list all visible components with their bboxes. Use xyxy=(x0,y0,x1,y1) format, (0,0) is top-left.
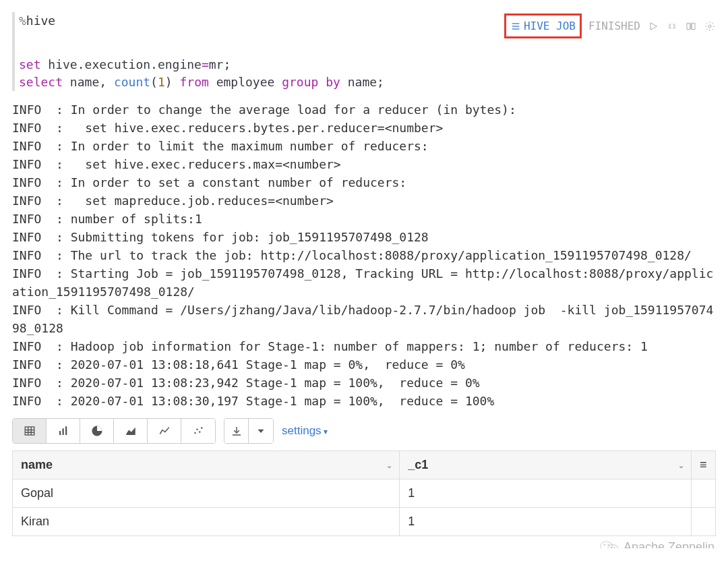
book-icon xyxy=(686,21,696,32)
area-chart-button[interactable] xyxy=(114,419,148,443)
hive-job-link[interactable]: HIVE JOB xyxy=(510,18,576,34)
table-view-button[interactable] xyxy=(13,419,47,443)
sort-chevron-icon: ⌄ xyxy=(386,461,392,469)
show-editor-button[interactable] xyxy=(685,20,697,32)
svg-rect-11 xyxy=(59,431,61,435)
bar-chart-icon xyxy=(57,425,69,437)
code-editor[interactable]: %hive HIVE JOB FINISHED se xyxy=(12,12,716,91)
download-button[interactable] xyxy=(224,419,249,443)
table-cell-empty xyxy=(692,479,716,508)
paragraph-settings-button[interactable] xyxy=(704,20,716,32)
caret-down-icon xyxy=(255,425,267,437)
scatter-chart-icon xyxy=(192,425,204,437)
log-output: INFO : In order to change the average lo… xyxy=(12,100,716,410)
svg-point-22 xyxy=(604,544,605,545)
code-body[interactable]: set hive.execution.engine=mr;select name… xyxy=(19,56,716,91)
svg-point-25 xyxy=(614,547,615,548)
pie-chart-button[interactable] xyxy=(80,419,114,443)
gear-icon xyxy=(704,21,715,32)
play-icon xyxy=(648,21,659,32)
code-line: select name, count(1) from employee grou… xyxy=(19,74,716,91)
bar-chart-button[interactable] xyxy=(47,419,80,443)
hide-output-button[interactable] xyxy=(666,20,678,32)
download-icon xyxy=(231,425,243,437)
download-group xyxy=(224,418,274,444)
line-chart-button[interactable] xyxy=(148,419,181,443)
table-cell: 1 xyxy=(400,479,692,508)
svg-point-16 xyxy=(199,432,200,433)
table-cell: Kiran xyxy=(13,508,400,536)
svg-rect-12 xyxy=(62,429,63,436)
line-chart-icon xyxy=(158,425,171,437)
hive-job-highlight: HIVE JOB xyxy=(504,13,582,38)
paragraph-controls: HIVE JOB FINISHED xyxy=(504,12,716,38)
svg-point-15 xyxy=(196,429,198,430)
svg-point-23 xyxy=(608,544,609,545)
scatter-chart-button[interactable] xyxy=(181,419,215,443)
sort-chevron-icon: ⌄ xyxy=(678,461,684,469)
svg-point-20 xyxy=(601,542,613,548)
svg-marker-19 xyxy=(258,430,264,433)
column-header-name[interactable]: name ⌄ xyxy=(13,451,400,479)
area-chart-icon xyxy=(125,425,137,437)
svg-point-17 xyxy=(201,428,202,429)
column-header-c1[interactable]: _c1 ⌄ xyxy=(400,451,692,479)
table-cell: 1 xyxy=(400,508,692,536)
run-button[interactable] xyxy=(647,20,659,32)
blank-line xyxy=(19,38,716,56)
table-cell: Gopal xyxy=(13,479,400,508)
hamburger-icon: ≡ xyxy=(700,458,707,471)
interpreter-directive: %hive xyxy=(19,12,55,30)
table-row[interactable]: Kiran1 xyxy=(13,508,716,536)
result-table: name ⌄ _c1 ⌄ ≡ Gopal1Kiran1 xyxy=(12,450,716,536)
svg-point-24 xyxy=(611,547,611,548)
svg-point-5 xyxy=(708,25,711,28)
watermark: Apache Zeppelin xyxy=(599,540,715,548)
download-caret-button[interactable] xyxy=(249,419,273,443)
svg-marker-3 xyxy=(650,22,657,30)
table-icon xyxy=(24,425,36,437)
svg-rect-6 xyxy=(25,427,34,435)
wechat-icon xyxy=(599,540,619,548)
settings-link[interactable]: settings xyxy=(282,424,328,438)
svg-point-14 xyxy=(194,432,195,434)
list-icon xyxy=(510,21,521,32)
pie-chart-icon xyxy=(91,425,103,437)
column-menu-button[interactable]: ≡ xyxy=(692,451,716,479)
table-cell-empty xyxy=(692,508,716,536)
table-row[interactable]: Gopal1 xyxy=(13,479,716,508)
collapse-icon xyxy=(667,21,677,32)
status-label: FINISHED xyxy=(588,18,640,34)
code-line: set hive.execution.engine=mr; xyxy=(19,56,716,74)
svg-point-21 xyxy=(608,544,618,548)
chart-type-group xyxy=(12,418,216,444)
visualization-toolbar: settings xyxy=(12,418,716,444)
svg-rect-13 xyxy=(65,427,67,436)
